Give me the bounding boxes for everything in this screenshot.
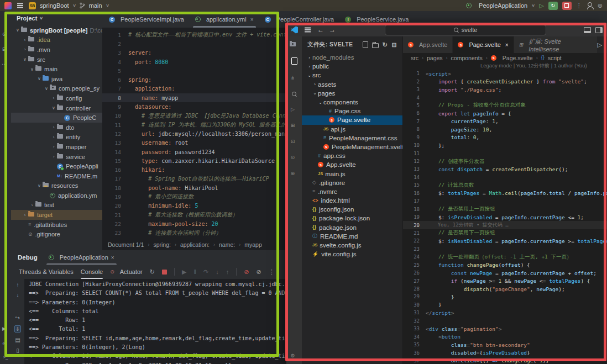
view-breakpoints-icon[interactable]: ⊘ (244, 269, 249, 275)
toolwindow-more-h[interactable]: ⋯ (2, 60, 9, 67)
tree-item[interactable]: application.ym (11, 191, 102, 201)
tree-item[interactable]: ›.idea (11, 35, 102, 45)
breadcrumb-item[interactable]: Document 1/1 (108, 241, 144, 248)
softwrap-icon[interactable]: ↪ (15, 315, 20, 321)
activity-extensions[interactable]: ⊞ (286, 123, 302, 128)
new-file-icon[interactable] (363, 41, 368, 48)
breadcrumb-item[interactable]: application: (180, 241, 210, 248)
debug-session-tab[interactable]: PeopleApplication × (46, 250, 117, 265)
explorer-item[interactable]: <>index.html (302, 196, 402, 205)
tree-item[interactable]: ›service (11, 152, 102, 162)
close-icon[interactable]: × (250, 17, 254, 23)
new-folder-icon[interactable] (372, 43, 379, 48)
more-actions-icon[interactable]: ⋮ (576, 3, 582, 9)
toolwindow-terminal[interactable]: >_ (3, 355, 8, 360)
forward-icon[interactable]: → (329, 26, 336, 34)
breadcrumb-item[interactable]: name: (219, 241, 235, 248)
resume-icon[interactable]: ▶ (182, 269, 186, 275)
breadcrumb-item[interactable]: spring: (153, 241, 171, 248)
breadcrumb-item[interactable]: myapp (244, 241, 262, 248)
pause-icon[interactable]: ‖ (193, 269, 196, 275)
tree-item[interactable]: ›test (11, 201, 102, 210)
tree-item[interactable]: ›dto (11, 123, 102, 133)
activity-manage[interactable]: ⚙ (286, 354, 302, 358)
breadcrumb-item[interactable]: Page.svelte (503, 55, 533, 61)
command-center-search[interactable]: svelte (385, 25, 546, 35)
settings-gear-icon[interactable]: ⊛ (598, 3, 603, 9)
trash-icon[interactable]: ▯ (16, 347, 19, 354)
tree-item[interactable]: ∨resources (11, 181, 102, 191)
more-v-icon[interactable]: ⋮ (269, 269, 275, 275)
explorer-item[interactable]: ⌄src (302, 71, 402, 80)
run-button[interactable]: ▷ (539, 2, 543, 9)
explorer-item[interactable]: {}jsconfig.json (302, 205, 402, 214)
tree-item[interactable]: ∨springBoot [people] D:\co (11, 25, 102, 35)
explorer-item[interactable]: {}package-lock.json (302, 214, 402, 223)
activity-explorer[interactable] (286, 57, 302, 65)
project-panel-header[interactable]: Project ∨ (11, 11, 102, 25)
activity-remote[interactable]: ⊡ (286, 139, 302, 144)
explorer-item[interactable]: #PeopleManagement.css (302, 134, 402, 143)
run-file-button[interactable]: ▷ (598, 36, 607, 53)
tree-item[interactable]: ⊘.gitignore (11, 229, 102, 239)
breadcrumb-item[interactable]: src (411, 55, 418, 61)
activity-source-control[interactable]: ⋔ (286, 76, 302, 81)
tree-item[interactable]: ›mapper (11, 142, 102, 152)
activity-package[interactable] (286, 43, 302, 46)
explorer-item[interactable]: ›public (302, 62, 402, 71)
activity-search[interactable] (286, 92, 302, 96)
editor-tab[interactable]: CPeopleServiceImpl.java (103, 11, 190, 28)
explorer-item[interactable]: ›node_modules (302, 53, 402, 62)
mute-breakpoints-icon[interactable]: ⊘ (256, 269, 261, 275)
breadcrumb-item[interactable]: pages (427, 55, 443, 61)
toolwindow-debugger[interactable]: ⊜ (2, 340, 9, 346)
breadcrumb-item[interactable]: script (548, 55, 562, 61)
breadcrumb-item[interactable]: components (451, 55, 483, 61)
main-menu-icon[interactable] (17, 5, 23, 6)
tree-item[interactable]: CPeopleC (11, 113, 102, 123)
debug-tab-threads-variables[interactable]: Threads & Variables (19, 265, 74, 279)
activity-run-debug[interactable]: ▷ (286, 107, 302, 112)
explorer-item[interactable]: #Page.css (302, 107, 402, 115)
explorer-item[interactable]: ›assets (302, 80, 402, 89)
collapse-all-icon[interactable]: ⊟ (391, 41, 397, 49)
toolwindow-services-run[interactable]: ▶ (2, 325, 9, 331)
tree-item[interactable]: ∨java (11, 74, 102, 84)
branch-selector[interactable]: main (89, 2, 102, 9)
add-user-icon[interactable] (588, 2, 592, 7)
explorer-item[interactable]: sPeopleManagement.svelte (302, 143, 402, 151)
restart-debug-button[interactable]: ↻ (548, 2, 558, 10)
explorer-item[interactable]: ⓘREADME.md (302, 232, 402, 241)
print-icon[interactable]: ▤ (15, 337, 20, 343)
explorer-item[interactable]: ◇.gitignore (302, 178, 402, 187)
toolwindow-structure[interactable]: ⊟ (2, 45, 9, 52)
refresh-icon[interactable]: ↻ (383, 41, 388, 49)
debug-tab-console[interactable]: Console (81, 265, 103, 279)
editor-tab[interactable]: application.yml× (190, 11, 259, 28)
explorer-item[interactable]: ⌄components (302, 98, 402, 107)
up-icon[interactable]: ↑ (17, 282, 19, 288)
run-config-selector[interactable]: PeopleApplication (479, 2, 527, 9)
back-icon[interactable]: ← (317, 26, 324, 34)
editor-tab[interactable]: ⊞扩展: Svelte Intellisense (514, 36, 598, 53)
activity-settings[interactable]: ⊛ (286, 171, 302, 176)
explorer-item[interactable]: ≡.nvmrc (302, 187, 402, 196)
step-into-icon[interactable]: ↓ (216, 269, 219, 275)
tree-item[interactable]: ∨src (11, 55, 102, 65)
editor-tab[interactable]: sPage.svelte× (453, 36, 514, 53)
step-out-icon[interactable]: ↑ (226, 269, 229, 275)
vscode-menu-icon[interactable] (305, 29, 311, 30)
explorer-item[interactable]: JSapi.js (302, 125, 402, 134)
tree-item[interactable]: M↓README.m (11, 171, 102, 181)
tree-item[interactable]: ›.mvn (11, 45, 102, 55)
explorer-item[interactable]: #app.css (302, 151, 402, 160)
close-icon[interactable]: × (505, 42, 509, 48)
project-selector[interactable]: springBoot (40, 2, 69, 9)
tree-item[interactable]: ≡.gitattributes (11, 220, 102, 230)
toggle-panel-icon[interactable] (584, 27, 591, 33)
stop-button[interactable] (562, 2, 572, 10)
toolwindow-project-folder[interactable] (4, 15, 7, 22)
tree-item[interactable]: CPeopleAppli (11, 161, 102, 171)
activity-accounts[interactable]: ⊙ (286, 155, 302, 160)
step-over-icon[interactable]: ↷ (203, 269, 208, 275)
